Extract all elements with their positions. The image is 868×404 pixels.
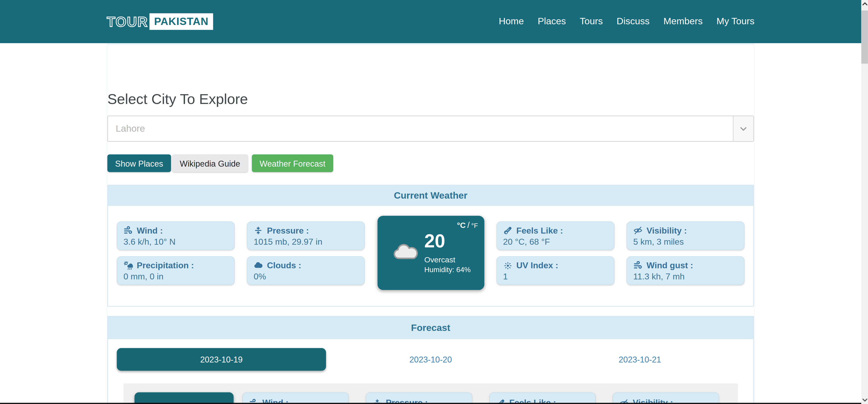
humidity: Humidity: 64%: [424, 266, 471, 274]
precipitation-card: Precipitation : 0 mm, 0 in: [117, 256, 235, 285]
nav-item-places[interactable]: Places: [538, 16, 566, 27]
site-logo[interactable]: TOUR PAKISTAN: [107, 13, 213, 30]
wikipedia-guide-button[interactable]: Wikipedia Guide: [172, 154, 248, 172]
chevron-down-icon: [738, 124, 748, 134]
show-places-button[interactable]: Show Places: [107, 154, 171, 172]
clouds-label: Clouds :: [267, 260, 301, 270]
city-select: Lahore: [107, 116, 754, 142]
uv-index-card: UV Index : 1: [496, 256, 614, 285]
nav-item-discuss[interactable]: Discuss: [617, 16, 650, 27]
hour-time-card[interactable]: 00:00 °C/°F: [134, 393, 234, 404]
city-select-placeholder: Lahore: [116, 123, 145, 134]
forecast-title: Forecast: [108, 317, 753, 339]
main-nav: Home Places Tours Discuss Members My Tou…: [499, 16, 754, 27]
wind-value: 3.6 k/h, 10° N: [124, 237, 228, 247]
visibility-value: 5 km, 3 miles: [633, 237, 738, 247]
main-content: Select City To Explore Lahore Show Place…: [107, 43, 754, 404]
wind-card: Wind : 3.6 k/h, 10° N: [117, 221, 235, 250]
vertical-scrollbar[interactable]: [861, 0, 868, 404]
weather-forecast-button[interactable]: Weather Forecast: [252, 154, 333, 172]
hour-visibility-card: Visibility : 10 km, 6 miles: [613, 393, 719, 404]
clouds-card: Clouds : 0%: [247, 256, 365, 285]
current-weather-title: Current Weather: [108, 185, 753, 206]
wind-gust-card: Wind gust : 11.3 kh, 7 mh: [627, 256, 744, 285]
date-tab-2023-10-20[interactable]: 2023-10-20: [326, 348, 535, 371]
current-weather-section: Current Weather Wind : 3.6 k/h, 10° N: [107, 185, 754, 306]
uv-index-value: 1: [503, 272, 608, 281]
visibility-label: Visibility :: [647, 225, 687, 236]
wind-gust-value: 11.3 kh, 7 mh: [633, 272, 738, 281]
hour-wind-card: Wind : 5.8 k/h, 314° NW: [243, 393, 349, 404]
page-title: Select City To Explore: [107, 91, 754, 107]
logo-tour-text: TOUR: [107, 13, 148, 30]
uv-index-label: UV Index :: [516, 260, 558, 270]
clouds-value: 0%: [254, 272, 358, 281]
pressure-value: 1015 mb, 29.97 in: [254, 237, 358, 247]
uv-index-icon: [503, 260, 513, 270]
nav-item-home[interactable]: Home: [499, 16, 524, 27]
feels-like-label: Feels Like :: [516, 225, 563, 236]
hour-pressure-card: Pressure : 1015 mb, 29.97 in: [366, 393, 472, 404]
scrollbar-down-icon: [862, 398, 867, 402]
precipitation-icon: [124, 260, 133, 270]
precipitation-value: 0 mm, 0 in: [124, 272, 228, 281]
top-navigation-bar: TOUR PAKISTAN Home Places Tours Discuss …: [0, 0, 861, 43]
pressure-label: Pressure :: [267, 225, 309, 236]
action-buttons: Show Places Wikipedia Guide Weather Fore…: [107, 154, 754, 172]
scrollbar-down-button[interactable]: [861, 396, 868, 404]
weather-condition: Overcast: [424, 255, 456, 264]
pressure-icon: [254, 226, 263, 235]
feels-like-value: 20 °C, 68 °F: [503, 237, 608, 247]
wind-gust-label: Wind gust :: [647, 260, 693, 270]
weather-page: TOUR PAKISTAN Home Places Tours Discuss …: [0, 0, 868, 404]
nav-item-my-tours[interactable]: My Tours: [717, 16, 754, 27]
hour-feels-like-card: Feels Like : 21 °C, 69.8 °F: [489, 393, 595, 404]
unit-fahrenheit[interactable]: °F: [471, 222, 478, 230]
nav-item-tours[interactable]: Tours: [580, 16, 603, 27]
feels-like-card: Feels Like : 20 °C, 68 °F: [496, 221, 614, 250]
visibility-card: Visibility : 5 km, 3 miles: [627, 221, 744, 250]
unit-celsius[interactable]: °C: [457, 221, 465, 230]
wind-label: Wind :: [137, 225, 163, 236]
forecast-date-tabs: 2023-10-19 2023-10-20 2023-10-21: [117, 348, 744, 371]
thermometer-icon: [503, 226, 513, 235]
city-select-caret-button[interactable]: [733, 116, 753, 141]
precipitation-label: Precipitation :: [137, 260, 194, 270]
cloud-image: [392, 241, 421, 261]
logo-pakistan-text: PAKISTAN: [150, 13, 213, 30]
clouds-icon: [254, 260, 263, 270]
wind-icon: [124, 226, 133, 235]
hourly-forecast-row: 00:00 °C/°F Wind : 5.8 k/h, 31: [124, 383, 738, 404]
date-tab-2023-10-19[interactable]: 2023-10-19: [117, 348, 326, 371]
pressure-card: Pressure : 1015 mb, 29.97 in: [247, 221, 365, 250]
city-select-display[interactable]: Lahore: [108, 116, 733, 141]
page-bottom-edge: [0, 403, 861, 404]
temperature-value: 20: [424, 230, 445, 252]
scrollbar-thumb[interactable]: [861, 10, 868, 64]
nav-item-members[interactable]: Members: [663, 16, 703, 27]
temperature-card: °C/°F 20 Overcast Humidity: 64%: [377, 216, 484, 290]
scrollbar-up-icon: [862, 2, 867, 6]
forecast-section: Forecast 2023-10-19 2023-10-20 2023-10-2…: [107, 316, 754, 404]
wind-gust-icon: [633, 260, 643, 270]
date-tab-2023-10-21[interactable]: 2023-10-21: [535, 348, 745, 371]
eye-slash-icon: [633, 226, 643, 235]
scrollbar-up-button[interactable]: [861, 0, 868, 8]
temperature-unit-toggle[interactable]: °C/°F: [457, 220, 478, 229]
